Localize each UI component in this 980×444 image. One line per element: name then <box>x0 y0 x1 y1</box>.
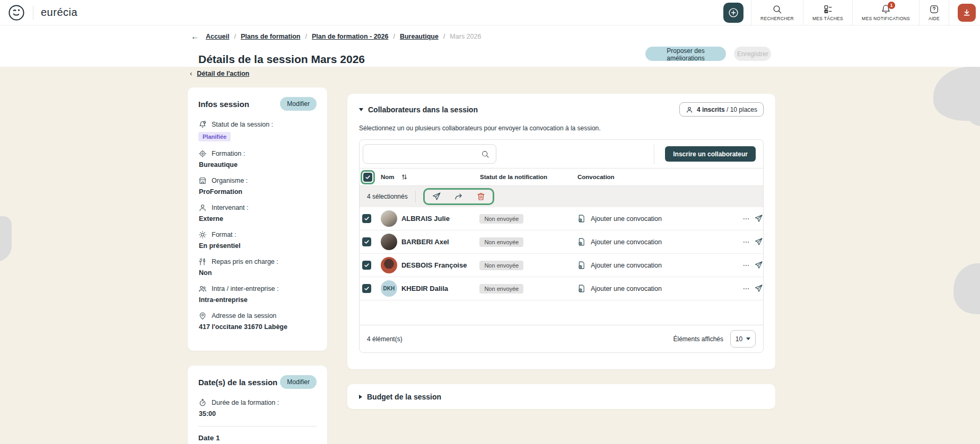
session-status-badge: Planifiée <box>198 132 231 141</box>
user-menu[interactable] <box>949 0 980 25</box>
trash-icon[interactable] <box>476 192 486 201</box>
save-button: Enregistrer <box>734 47 771 61</box>
caret-down-icon <box>746 338 750 340</box>
plus-circle-icon <box>728 7 739 19</box>
modify-infos-button[interactable]: Modifier <box>280 97 317 111</box>
bell-alert-icon <box>198 120 207 129</box>
row-checkbox[interactable] <box>362 237 371 246</box>
create-button[interactable] <box>723 3 743 23</box>
breadcrumb-link-plans-de-formation[interactable]: Plans de formation <box>241 33 301 40</box>
add-convocation-link[interactable]: Ajouter une convocation <box>591 238 662 246</box>
back-arrow-icon[interactable]: ← <box>191 32 199 41</box>
more-options-icon[interactable] <box>742 262 750 269</box>
collaborators-section-toggle[interactable]: Collaborateurs dans la session <box>359 105 478 114</box>
field-label-text: Format : <box>212 231 237 238</box>
stopwatch-icon <box>198 398 207 407</box>
topbar-right: RECHERCHER MES TÂCHES 1 MES <box>723 0 980 25</box>
send-icon[interactable] <box>754 261 763 270</box>
row-checkbox[interactable] <box>362 214 371 223</box>
send-icon[interactable] <box>754 214 763 223</box>
avatar <box>381 234 397 250</box>
search-icon[interactable] <box>481 150 489 158</box>
help-question-icon <box>929 4 939 14</box>
table-row[interactable]: DKH KHEDIR Dalila Non envoyée Ajouter un… <box>360 277 763 300</box>
collaborator-name: BARBERI Axel <box>401 238 449 246</box>
selection-bar: 4 sélectionnés <box>360 186 763 207</box>
field-value-text: Bureautique <box>198 161 317 168</box>
field-label-text: Adresse de la session <box>212 312 276 319</box>
infos-session-title: Infos session <box>198 100 249 109</box>
table-row[interactable]: ALBRAIS Julie Non envoyée Ajouter une co… <box>360 207 763 230</box>
search-field[interactable] <box>363 144 496 164</box>
people-icon <box>198 285 207 293</box>
more-options-icon[interactable] <box>742 285 750 292</box>
column-status: Statut de la notification <box>480 174 578 180</box>
more-options-icon[interactable] <box>742 238 750 246</box>
field-format: Format : En présentiel <box>198 230 317 250</box>
bulk-actions-group <box>423 188 494 205</box>
budget-section-toggle[interactable]: Budget de la session <box>359 393 441 401</box>
highlight-ring <box>361 170 375 184</box>
modify-dates-button[interactable]: Modifier <box>280 375 317 389</box>
select-all-checkbox[interactable] <box>363 173 372 182</box>
breadcrumb-link-plan-2026[interactable]: Plan de formation - 2026 <box>312 33 388 40</box>
avatar-initials: DKH <box>381 280 397 297</box>
forward-arrow-icon[interactable] <box>454 192 463 201</box>
nav-item-search[interactable]: RECHERCHER <box>751 0 803 25</box>
column-name[interactable]: Nom <box>381 174 395 180</box>
brand[interactable]: eurécia <box>0 4 77 22</box>
notification-status-badge: Non envoyée <box>479 284 523 294</box>
duration-value: 35:00 <box>198 410 317 418</box>
back-link-label[interactable]: Détail de l'action <box>197 70 249 77</box>
add-convocation-link[interactable]: Ajouter une convocation <box>591 285 662 292</box>
enroll-collaborator-button[interactable]: Inscrire un collaborateur <box>665 146 756 162</box>
topbar: eurécia RECHERCHER <box>0 0 980 25</box>
capacity-enrolled: 4 inscrits <box>697 106 725 113</box>
person-icon <box>686 106 693 113</box>
per-page-value: 10 <box>736 335 742 343</box>
divider <box>33 6 33 20</box>
back-to-action[interactable]: ‹ Détail de l'action <box>190 69 249 77</box>
notification-status-badge: Non envoyée <box>479 214 523 224</box>
more-options-icon[interactable] <box>742 215 750 223</box>
collaborators-table: Inscrire un collaborateur Nom <box>359 139 764 353</box>
sun-icon <box>198 230 207 239</box>
chevron-right-icon <box>359 395 362 399</box>
nav-label: MES TÂCHES <box>812 16 843 21</box>
avatar <box>381 257 397 273</box>
send-convocation-icon[interactable] <box>432 192 441 201</box>
breadcrumb-link-accueil[interactable]: Accueil <box>206 33 229 40</box>
bell-icon: 1 <box>881 4 891 14</box>
table-row[interactable]: BARBERI Axel Non envoyée Ajouter une con… <box>360 230 763 254</box>
person-icon <box>198 203 207 212</box>
sort-icon[interactable] <box>401 174 407 180</box>
user-avatar[interactable] <box>958 4 976 22</box>
collaborators-card: Collaborateurs dans la session 4 inscrit… <box>347 94 775 369</box>
budget-title: Budget de la session <box>367 393 441 401</box>
field-formation: Formation : Bureautique <box>198 149 317 168</box>
send-icon[interactable] <box>754 237 763 246</box>
propose-improvements-button[interactable]: Proposer des améliorations <box>645 47 726 61</box>
row-checkbox[interactable] <box>362 284 371 293</box>
search-input[interactable] <box>369 150 481 158</box>
tasks-checklist-icon <box>823 4 833 14</box>
add-convocation-link[interactable]: Ajouter une convocation <box>591 262 662 269</box>
send-icon[interactable] <box>754 284 763 293</box>
field-value-text: En présentiel <box>198 242 317 250</box>
nav-item-help[interactable]: AIDE <box>919 0 949 25</box>
per-page-select[interactable]: 10 <box>730 330 756 348</box>
row-checkbox[interactable] <box>362 261 371 270</box>
add-convocation-link[interactable]: Ajouter une convocation <box>591 215 662 223</box>
table-row[interactable]: DESBOIS Françoise Non envoyée Ajouter un… <box>360 254 763 277</box>
field-label-text: Organisme : <box>212 177 248 184</box>
table-header-row: Nom Statut de la notification Convocatio… <box>360 168 763 186</box>
map-pin-icon <box>198 312 207 320</box>
nav-item-notifications[interactable]: 1 MES NOTIFICATIONS <box>852 0 919 25</box>
field-statut: Statut de la session : Planifiée <box>198 120 317 141</box>
field-label-text: Statut de la session : <box>212 121 273 128</box>
dates-session-title: Date(s) de la session <box>198 378 277 387</box>
breadcrumb-current: Mars 2026 <box>450 33 481 40</box>
page-title: Détails de la session Mars 2026 <box>198 53 365 66</box>
breadcrumb-link-bureautique[interactable]: Bureautique <box>400 33 439 40</box>
nav-item-tasks[interactable]: MES TÂCHES <box>803 0 852 25</box>
